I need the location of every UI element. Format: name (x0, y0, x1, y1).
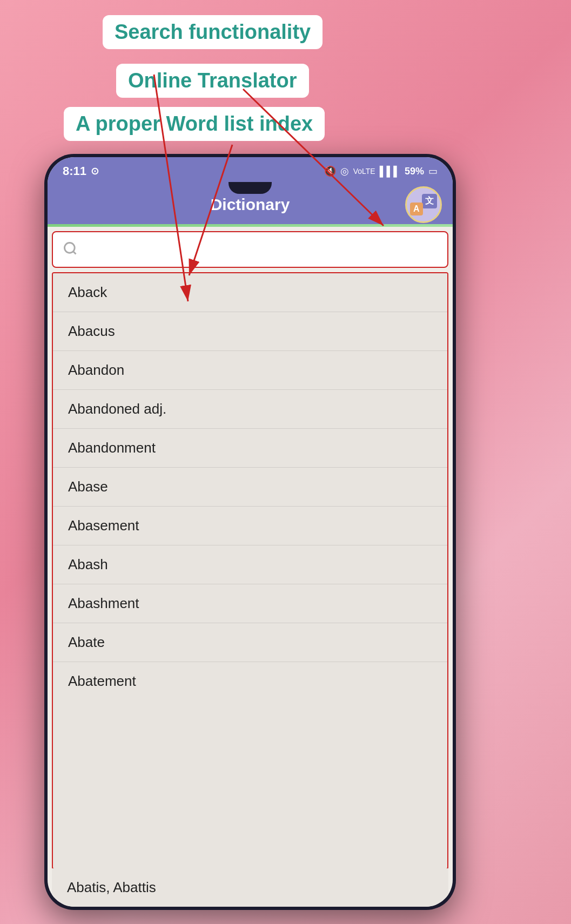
word-item-abashment[interactable]: Abashment (53, 584, 447, 623)
app-title: Dictionary (211, 195, 290, 214)
word-item-abandoned[interactable]: Abandoned adj. (53, 390, 447, 429)
status-icons: 🔇 ◎ VoLTE ▌▌▌ 59% ▭ (324, 165, 438, 177)
search-functionality-label: Search functionality (103, 15, 323, 49)
svg-line-1 (73, 251, 76, 254)
svg-point-0 (65, 243, 75, 253)
word-item-abacus[interactable]: Abacus (53, 312, 447, 351)
battery-display: 59% (405, 166, 424, 177)
english-icon: A (410, 203, 423, 215)
time-display: 8:11 (63, 164, 86, 178)
translate-button-inner: 文 A (410, 194, 437, 215)
search-container (52, 231, 448, 268)
search-icon (63, 241, 78, 258)
word-item-abasement[interactable]: Abasement (53, 507, 447, 545)
phone-screen: 8:11 ⊙ 🔇 ◎ VoLTE ▌▌▌ 59% ▭ Dictionary 文 … (48, 157, 453, 907)
translate-button[interactable]: 文 A (405, 186, 442, 223)
chinese-icon: 文 (422, 194, 437, 208)
online-translator-label: Online Translator (116, 64, 309, 98)
word-item-abate[interactable]: Abate (53, 623, 447, 662)
whatsapp-icon: ⊙ (91, 165, 99, 177)
phone-notch (229, 182, 272, 194)
word-item-abatement[interactable]: Abatement (53, 662, 447, 700)
word-item-abatis[interactable]: Abatis, Abattis (52, 868, 448, 907)
word-item-abandon[interactable]: Abandon (53, 351, 447, 390)
word-item-abandonment[interactable]: Abandonment (53, 429, 447, 468)
word-item-aback[interactable]: Aback (53, 273, 447, 312)
app-bar-underline (48, 224, 453, 227)
battery-icon: ▭ (428, 165, 438, 177)
phone-frame: 8:11 ⊙ 🔇 ◎ VoLTE ▌▌▌ 59% ▭ Dictionary 文 … (44, 154, 456, 910)
wifi-icon: ◎ (340, 165, 349, 177)
word-list: Aback Abacus Abandon Abandoned adj. Aban… (52, 272, 448, 869)
lte-icon: VoLTE (353, 167, 375, 176)
search-input[interactable] (84, 242, 438, 257)
mute-icon: 🔇 (324, 165, 336, 177)
status-time: 8:11 ⊙ (63, 164, 99, 178)
word-item-abash[interactable]: Abash (53, 545, 447, 584)
word-list-index-label: A proper Word list index (64, 107, 325, 141)
signal-icon: ▌▌▌ (380, 166, 400, 177)
word-item-abase[interactable]: Abase (53, 468, 447, 507)
status-bar: 8:11 ⊙ 🔇 ◎ VoLTE ▌▌▌ 59% ▭ (48, 157, 453, 185)
